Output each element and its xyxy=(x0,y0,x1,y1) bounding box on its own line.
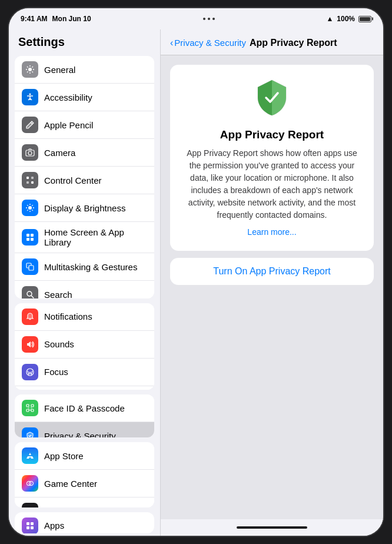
svg-rect-11 xyxy=(26,238,29,241)
search-label: Search xyxy=(44,290,72,298)
privacy-label: Privacy & Security xyxy=(44,431,116,438)
sidebar-item-notifications[interactable]: Notifications xyxy=(15,303,154,331)
sidebar-item-search[interactable]: Search xyxy=(15,281,154,298)
status-bar-right: ▲ 100% xyxy=(326,15,371,23)
svg-rect-6 xyxy=(26,181,29,184)
learn-more-link[interactable]: Learn more... xyxy=(182,227,362,237)
apps-label: Apps xyxy=(44,520,64,530)
privacy-icon xyxy=(22,427,38,437)
camera-icon xyxy=(22,144,38,161)
svg-rect-5 xyxy=(31,177,34,179)
card-header xyxy=(182,79,362,120)
dot-1 xyxy=(203,18,205,20)
home-indicator xyxy=(161,519,383,536)
sidebar-group-4: App Store Game Center Wallet & Apple Pay xyxy=(15,442,154,507)
game-center-label: Game Center xyxy=(44,479,97,489)
game-center-icon xyxy=(22,475,38,492)
date: Mon Jun 10 xyxy=(52,15,91,23)
multitasking-icon xyxy=(22,258,38,275)
home-bar xyxy=(237,526,307,529)
sidebar-item-general[interactable]: General xyxy=(15,56,154,84)
status-bar-center xyxy=(203,18,215,20)
apps-icon xyxy=(22,518,38,533)
main-content: ‹ Privacy & Security App Privacy Report xyxy=(161,29,383,536)
sidebar-item-apps[interactable]: Apps xyxy=(15,512,154,533)
svg-rect-4 xyxy=(26,177,29,179)
sidebar-item-face-id[interactable]: Face ID & Passcode xyxy=(15,394,154,422)
svg-rect-30 xyxy=(26,526,29,529)
dot-2 xyxy=(208,18,210,20)
svg-rect-14 xyxy=(29,266,34,270)
device: 9:41 AM Mon Jun 10 ▲ 100% Settings xyxy=(8,7,384,537)
nav-back-button[interactable]: ‹ Privacy & Security xyxy=(170,38,246,48)
display-icon xyxy=(22,200,38,216)
status-bar-left: 9:41 AM Mon Jun 10 xyxy=(21,15,91,23)
apple-pencil-icon xyxy=(22,117,38,133)
sounds-label: Sounds xyxy=(44,339,74,349)
svg-point-15 xyxy=(27,291,32,296)
svg-rect-29 xyxy=(31,522,34,525)
sidebar-item-home-screen[interactable]: Home Screen & App Library xyxy=(15,222,154,253)
sidebar-group-1: General Accessibility Apple Pencil xyxy=(15,56,154,298)
turn-on-button[interactable]: Turn On App Privacy Report xyxy=(170,258,374,285)
sidebar-group-5: Apps xyxy=(15,512,154,533)
sidebar-item-apple-pencil[interactable]: Apple Pencil xyxy=(15,111,154,139)
sidebar-item-app-store[interactable]: App Store xyxy=(15,442,154,470)
card-title: App Privacy Report xyxy=(182,128,362,141)
svg-rect-21 xyxy=(31,409,34,412)
general-label: General xyxy=(44,65,75,75)
face-id-label: Face ID & Passcode xyxy=(44,403,125,413)
status-bar: 9:41 AM Mon Jun 10 ▲ 100% xyxy=(9,8,383,29)
svg-rect-10 xyxy=(31,234,34,237)
notifications-label: Notifications xyxy=(44,311,92,321)
apple-pencil-label: Apple Pencil xyxy=(44,120,93,130)
sidebar-item-screen-time[interactable]: Screen Time xyxy=(15,386,154,390)
control-center-icon xyxy=(22,172,38,188)
sidebar-item-privacy[interactable]: Privacy & Security xyxy=(15,422,154,437)
main-scroll: App Privacy Report App Privacy Report sh… xyxy=(161,55,383,519)
accessibility-icon xyxy=(22,89,38,105)
svg-rect-18 xyxy=(26,404,29,407)
battery-icon xyxy=(358,16,371,22)
sidebar-item-control-center[interactable]: Control Center xyxy=(15,167,154,194)
sidebar-group-3: Face ID & Passcode Privacy & Security xyxy=(15,394,154,437)
wifi-icon: ▲ xyxy=(326,15,333,23)
sidebar-item-game-center[interactable]: Game Center xyxy=(15,470,154,497)
wallet-icon xyxy=(22,503,38,507)
privacy-report-card: App Privacy Report App Privacy Report sh… xyxy=(170,65,374,251)
svg-point-0 xyxy=(28,68,32,71)
battery-percent: 100% xyxy=(337,15,355,23)
sidebar-title: Settings xyxy=(9,29,160,54)
svg-rect-12 xyxy=(31,238,34,241)
search-icon xyxy=(22,286,38,298)
camera-label: Camera xyxy=(44,148,75,158)
sidebar-item-focus[interactable]: Focus xyxy=(15,359,154,386)
nav-title: App Privacy Report xyxy=(250,38,337,48)
sidebar-item-accessibility[interactable]: Accessibility xyxy=(15,84,154,111)
app-store-label: App Store xyxy=(44,451,84,461)
sidebar-group-2: Notifications Sounds Focus xyxy=(15,303,154,390)
battery-fill xyxy=(360,17,370,21)
svg-point-1 xyxy=(29,94,31,95)
sidebar-item-display[interactable]: Display & Brightness xyxy=(15,194,154,222)
svg-rect-20 xyxy=(26,409,29,412)
multitasking-label: Multitasking & Gestures xyxy=(44,262,137,272)
svg-rect-7 xyxy=(31,181,34,184)
nav-back-label[interactable]: Privacy & Security xyxy=(174,38,246,48)
svg-point-23 xyxy=(31,407,32,409)
wallet-label: Wallet & Apple Pay xyxy=(44,506,119,507)
dot-3 xyxy=(212,18,215,20)
svg-point-3 xyxy=(28,151,32,155)
content-area: Settings General Accessibility xyxy=(9,29,383,536)
card-description: App Privacy Report shows how often apps … xyxy=(182,147,362,221)
sidebar-item-sounds[interactable]: Sounds xyxy=(15,331,154,359)
sidebar-item-multitasking[interactable]: Multitasking & Gestures xyxy=(15,253,154,281)
notifications-icon xyxy=(22,309,38,325)
time: 9:41 AM xyxy=(21,15,48,23)
display-label: Display & Brightness xyxy=(44,203,125,213)
sidebar-item-camera[interactable]: Camera xyxy=(15,139,154,167)
focus-icon xyxy=(22,364,38,380)
general-icon xyxy=(22,61,38,78)
home-screen-icon xyxy=(22,229,38,246)
sidebar-item-wallet[interactable]: Wallet & Apple Pay xyxy=(15,497,154,507)
